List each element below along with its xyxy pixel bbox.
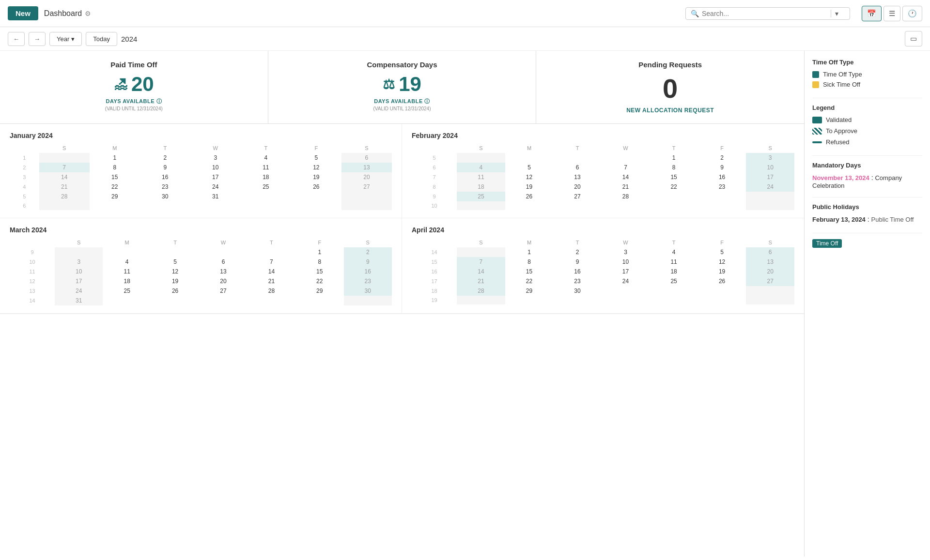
calendar-day[interactable]: 13 [746, 257, 794, 267]
year-button[interactable]: Year ▾ [49, 32, 82, 46]
calendar-day[interactable] [650, 192, 698, 201]
calendar-day[interactable]: 24 [190, 182, 241, 192]
clock-view-button[interactable]: 🕐 [902, 6, 922, 21]
calendar-day[interactable]: 27 [199, 286, 247, 296]
calendar-day[interactable] [341, 192, 392, 201]
calendar-day[interactable]: 17 [746, 172, 794, 182]
calendar-day[interactable]: 26 [698, 276, 746, 286]
calendar-day[interactable] [90, 201, 140, 210]
calendar-day[interactable]: 6 [746, 247, 794, 257]
calendar-day[interactable] [650, 296, 698, 304]
calendar-day[interactable]: 15 [650, 172, 698, 182]
calendar-day[interactable] [291, 192, 341, 201]
calendar-day[interactable]: 8 [505, 257, 554, 267]
calendar-day[interactable]: 21 [457, 276, 505, 286]
calendar-day[interactable] [746, 192, 794, 201]
calendar-day[interactable]: 22 [295, 276, 343, 286]
search-input[interactable] [702, 10, 828, 17]
list-view-button[interactable]: ☰ [884, 6, 900, 21]
calendar-day[interactable]: 28 [39, 192, 90, 201]
calendar-day[interactable]: 5 [505, 163, 554, 172]
calendar-day[interactable]: 19 [151, 276, 199, 286]
calendar-day[interactable]: 27 [341, 182, 392, 192]
calendar-day[interactable]: 26 [291, 182, 341, 192]
calendar-day[interactable]: 10 [602, 257, 650, 267]
calendar-day[interactable]: 15 [295, 267, 343, 276]
calendar-day[interactable] [746, 201, 794, 210]
calendar-day[interactable]: 4 [241, 153, 291, 163]
calendar-day[interactable]: 13 [341, 163, 392, 172]
calendar-day[interactable]: 25 [103, 286, 151, 296]
calendar-day[interactable]: 23 [344, 276, 392, 286]
calendar-day[interactable]: 22 [650, 182, 698, 192]
calendar-day[interactable]: 4 [650, 247, 698, 257]
calendar-day[interactable] [291, 201, 341, 210]
next-button[interactable]: → [29, 32, 46, 46]
calendar-day[interactable] [505, 296, 554, 304]
calendar-day[interactable]: 26 [505, 192, 554, 201]
calendar-day[interactable] [698, 296, 746, 304]
calendar-day[interactable]: 1 [650, 153, 698, 163]
calendar-day[interactable]: 28 [457, 286, 505, 296]
calendar-day[interactable]: 16 [553, 267, 602, 276]
calendar-day[interactable]: 12 [698, 257, 746, 267]
calendar-day[interactable]: 12 [291, 163, 341, 172]
calendar-day[interactable]: 2 [698, 153, 746, 163]
calendar-day[interactable] [39, 201, 90, 210]
calendar-day[interactable]: 2 [553, 247, 602, 257]
calendar-day[interactable]: 6 [341, 153, 392, 163]
calendar-day[interactable]: 23 [698, 182, 746, 192]
calendar-day[interactable]: 5 [698, 247, 746, 257]
calendar-day[interactable]: 30 [344, 286, 392, 296]
calendar-day[interactable]: 5 [151, 257, 199, 267]
calendar-day[interactable]: 17 [602, 267, 650, 276]
calendar-day[interactable]: 11 [457, 172, 505, 182]
calendar-day[interactable] [553, 201, 602, 210]
calendar-day[interactable]: 25 [457, 192, 505, 201]
calendar-day[interactable]: 21 [39, 182, 90, 192]
calendar-day[interactable]: 8 [295, 257, 343, 267]
calendar-day[interactable]: 11 [650, 257, 698, 267]
calendar-day[interactable] [344, 296, 392, 305]
calendar-day[interactable]: 3 [746, 153, 794, 163]
search-dropdown-arrow[interactable]: ▾ [831, 10, 838, 17]
calendar-day[interactable]: 16 [344, 267, 392, 276]
calendar-day[interactable] [553, 153, 602, 163]
calendar-day[interactable]: 28 [602, 192, 650, 201]
calendar-day[interactable]: 7 [602, 163, 650, 172]
calendar-day[interactable]: 18 [457, 182, 505, 192]
calendar-day[interactable] [457, 296, 505, 304]
panel-toggle-button[interactable]: ▭ [905, 31, 922, 46]
calendar-day[interactable] [151, 296, 199, 305]
calendar-day[interactable]: 14 [39, 172, 90, 182]
calendar-day[interactable]: 10 [746, 163, 794, 172]
calendar-day[interactable]: 11 [103, 267, 151, 276]
calendar-day[interactable]: 30 [140, 192, 190, 201]
calendar-day[interactable] [457, 247, 505, 257]
calendar-day[interactable]: 10 [190, 163, 241, 172]
calendar-day[interactable]: 28 [248, 286, 295, 296]
calendar-day[interactable] [650, 286, 698, 296]
calendar-day[interactable]: 25 [650, 276, 698, 286]
calendar-day[interactable]: 10 [55, 267, 103, 276]
new-allocation-link[interactable]: NEW ALLOCATION REQUEST [548, 107, 792, 114]
calendar-day[interactable]: 1 [295, 247, 343, 257]
time-off-type-checkbox[interactable] [812, 71, 819, 78]
calendar-day[interactable]: 16 [698, 172, 746, 182]
calendar-day[interactable]: 19 [291, 172, 341, 182]
calendar-day[interactable] [295, 296, 343, 305]
calendar-day[interactable]: 13 [199, 267, 247, 276]
gear-icon[interactable]: ⚙ [85, 10, 91, 17]
calendar-day[interactable]: 6 [199, 257, 247, 267]
calendar-day[interactable]: 8 [650, 163, 698, 172]
calendar-day[interactable]: 9 [553, 257, 602, 267]
calendar-day[interactable]: 29 [295, 286, 343, 296]
calendar-day[interactable]: 7 [248, 257, 295, 267]
calendar-day[interactable]: 25 [241, 182, 291, 192]
calendar-day[interactable]: 31 [55, 296, 103, 305]
calendar-day[interactable] [199, 247, 247, 257]
calendar-view-button[interactable]: 📅 [862, 6, 882, 21]
calendar-day[interactable]: 9 [698, 163, 746, 172]
calendar-day[interactable]: 27 [746, 276, 794, 286]
calendar-day[interactable]: 6 [553, 163, 602, 172]
